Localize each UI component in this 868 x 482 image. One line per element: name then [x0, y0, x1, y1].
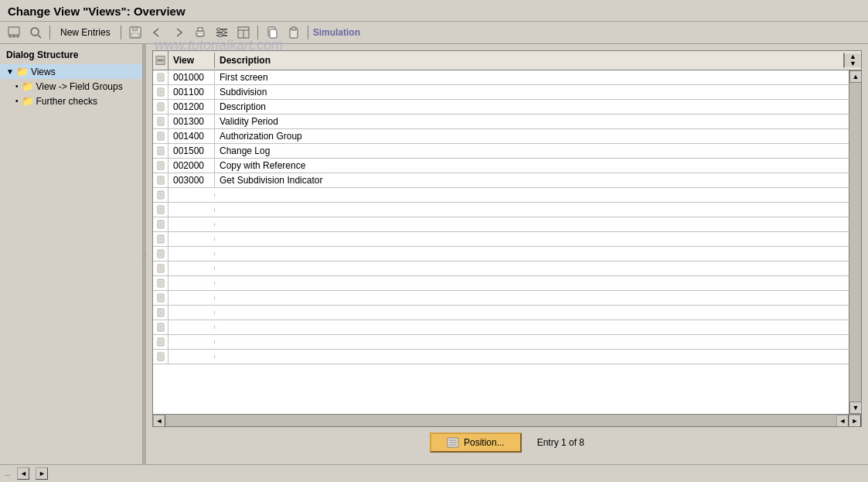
- row-icon: [153, 144, 168, 158]
- table-row[interactable]: [153, 276, 849, 291]
- find-button[interactable]: [26, 24, 45, 41]
- table-row[interactable]: 001200Description: [153, 100, 849, 115]
- table-row[interactable]: 001000First screen: [153, 70, 849, 85]
- table-row[interactable]: [153, 320, 849, 335]
- column-scroll-buttons: ▲ ▼: [844, 53, 861, 67]
- row-desc-cell: [215, 238, 849, 241]
- main-area: Dialog Structure ▼ 📁 Views • 📁 View -> F…: [0, 44, 868, 464]
- toolbar: New Entries: [0, 22, 868, 44]
- row-icon: [153, 159, 168, 173]
- separator-4: [308, 26, 308, 39]
- settings-button[interactable]: [213, 24, 231, 41]
- row-icon: [153, 232, 168, 246]
- sidebar-subtree: • 📁 View -> Field Groups • 📁 Further che…: [0, 79, 142, 108]
- row-desc-cell: [215, 252, 849, 255]
- table-row[interactable]: [153, 247, 849, 262]
- row-view-cell: 001200: [168, 100, 215, 114]
- table-rows-container: 001000First screen001100Subdivision00120…: [153, 70, 849, 414]
- layout-button[interactable]: [234, 24, 253, 41]
- column-header-description: Description: [215, 53, 844, 68]
- sidebar-item-field-groups-label: View -> Field Groups: [36, 81, 123, 92]
- table-row[interactable]: [153, 232, 849, 247]
- new-entries-button[interactable]: New Entries: [55, 24, 116, 41]
- row-icon: [153, 173, 168, 187]
- bottom-nav-left[interactable]: ◄: [17, 467, 29, 480]
- row-view-cell: [168, 238, 215, 241]
- horizontal-scrollbar: ◄ ◄ ►: [153, 414, 861, 426]
- h-scroll-left-button[interactable]: ◄: [153, 415, 165, 427]
- bullet-further-checks: •: [15, 97, 19, 105]
- col-scroll-down[interactable]: ▼: [849, 60, 856, 67]
- table-row[interactable]: 001300Validity Period: [153, 115, 849, 129]
- scroll-track[interactable]: [849, 83, 861, 402]
- paste-button[interactable]: [284, 24, 303, 41]
- status-dots: ...: [5, 469, 11, 477]
- table-row[interactable]: [153, 203, 849, 217]
- table-row[interactable]: 001400Authorization Group: [153, 129, 849, 144]
- forward-button[interactable]: [169, 24, 188, 41]
- row-icon: [153, 85, 168, 99]
- table-row[interactable]: [153, 262, 849, 276]
- bottom-nav-right[interactable]: ►: [36, 467, 48, 480]
- table-row[interactable]: 001100Subdivision: [153, 85, 849, 100]
- row-icon: [153, 320, 168, 334]
- content-area: View Description ▲ ▼ 001000First screen0…: [146, 44, 868, 464]
- back-button[interactable]: [148, 24, 166, 41]
- scroll-up-button[interactable]: ▲: [849, 70, 861, 83]
- row-view-cell: [168, 296, 215, 299]
- row-view-cell: [168, 340, 215, 344]
- row-view-cell: [168, 252, 215, 255]
- row-desc-cell: Description: [215, 100, 849, 114]
- svg-rect-25: [291, 27, 296, 30]
- svg-point-5: [31, 28, 39, 36]
- svg-rect-11: [198, 28, 203, 31]
- svg-rect-8: [132, 27, 138, 31]
- table-row[interactable]: [153, 350, 849, 364]
- row-view-cell: 001400: [168, 129, 215, 143]
- row-desc-cell: Copy with Reference: [215, 159, 849, 173]
- folder-icon-views: 📁: [16, 66, 29, 77]
- position-button[interactable]: Position...: [430, 432, 522, 453]
- print-button[interactable]: [191, 24, 209, 41]
- scroll-down-button[interactable]: ▼: [849, 402, 861, 414]
- sidebar-item-views[interactable]: ▼ 📁 Views: [0, 64, 142, 79]
- row-icon: [153, 247, 168, 261]
- customize-button[interactable]: [5, 24, 23, 41]
- table-row[interactable]: [153, 306, 849, 320]
- table-row[interactable]: [153, 217, 849, 232]
- row-desc-cell: [215, 296, 849, 299]
- table-row[interactable]: [153, 188, 849, 203]
- row-icon: [153, 100, 168, 114]
- table-row[interactable]: 002000Copy with Reference: [153, 159, 849, 173]
- row-icon: [153, 203, 168, 217]
- table-row[interactable]: [153, 335, 849, 350]
- row-icon: [153, 188, 168, 202]
- table-row[interactable]: 001500Change Log: [153, 144, 849, 159]
- table-row[interactable]: 003000Get Subdivision Indicator: [153, 173, 849, 188]
- row-icon: [153, 115, 168, 128]
- row-view-cell: [168, 355, 215, 358]
- row-desc-cell: First screen: [215, 70, 849, 84]
- row-view-cell: 001000: [168, 70, 215, 84]
- row-desc-cell: [215, 223, 849, 226]
- h-scroll-right2-button[interactable]: ◄: [836, 415, 849, 427]
- sidebar-item-field-groups[interactable]: • 📁 View -> Field Groups: [12, 79, 142, 94]
- row-desc-cell: [215, 326, 849, 329]
- data-table: View Description ▲ ▼ 001000First screen0…: [152, 50, 862, 427]
- separator-3: [257, 26, 258, 39]
- h-scroll-track[interactable]: [165, 415, 836, 426]
- save-button[interactable]: [126, 24, 145, 41]
- row-view-cell: 001500: [168, 144, 215, 158]
- folder-icon-field-groups: 📁: [22, 80, 34, 92]
- table-row[interactable]: [153, 291, 849, 306]
- row-desc-cell: Subdivision: [215, 85, 849, 99]
- sidebar-item-views-label: Views: [31, 67, 56, 77]
- page-title: Change View "Views": Overview: [8, 5, 860, 18]
- copy-button[interactable]: [263, 24, 281, 41]
- row-icon: [153, 335, 168, 349]
- h-scroll-right-button[interactable]: ►: [849, 415, 861, 427]
- row-icon: [153, 262, 168, 275]
- sidebar-item-further-checks[interactable]: • 📁 Further checks: [12, 94, 142, 108]
- sidebar-title: Dialog Structure: [0, 47, 142, 64]
- bullet-field-groups: •: [15, 82, 19, 91]
